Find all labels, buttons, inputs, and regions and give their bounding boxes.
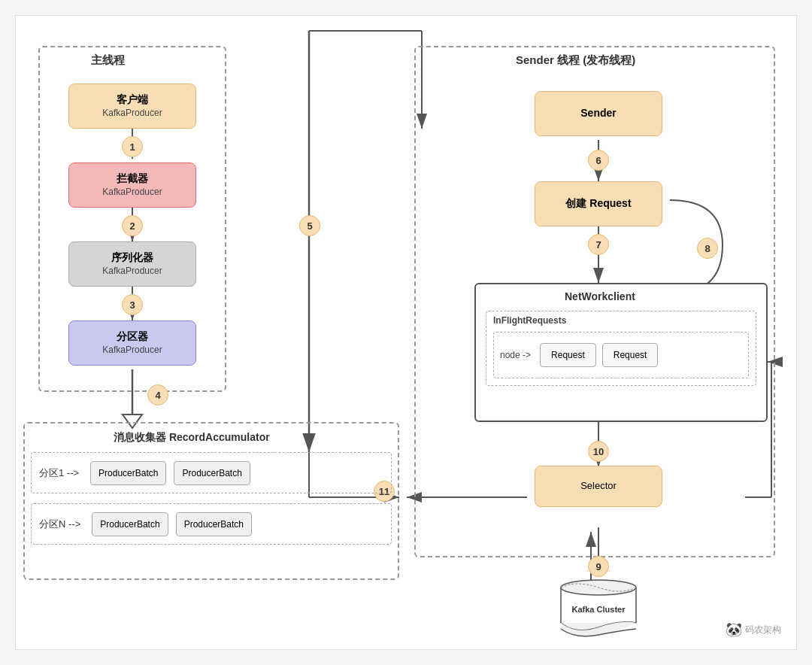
kafka-cluster-text: Kafka Cluster [572,605,626,614]
client-en: KafkaProducer [102,107,162,120]
create-request-label: 创建 Request [565,196,631,211]
node-row-box: node -> Request Request [493,332,749,378]
selector-node: Selector [535,466,662,507]
badge-6: 6 [588,150,609,171]
partitioner-cn: 分区器 [117,329,148,345]
kafka-cluster: Kafka Cluster [550,572,647,648]
diagram-container: 主线程 客户端 KafkaProducer 1 拦截器 KafkaProduce… [15,15,797,650]
inflight-title: InFlightRequests [493,315,566,326]
partition-1-label: 分区1 --> [39,466,79,480]
sender-label: Sender [580,106,616,121]
interceptor-en: KafkaProducer [102,186,162,199]
partition-1-row: 分区1 --> ProducerBatch ProducerBatch [31,452,392,493]
interceptor-node: 拦截器 KafkaProducer [68,162,196,208]
kafka-cluster-svg: Kafka Cluster [553,576,644,644]
networkclient-label: NetWorkclient [565,290,635,302]
partition-n-label: 分区N --> [39,518,80,531]
producer-batch-n-2: ProducerBatch [176,512,252,536]
accumulator-box [23,422,399,580]
badge-3: 3 [122,294,143,315]
client-cn: 客户端 [117,93,148,108]
producer-batch-1-2: ProducerBatch [174,461,250,485]
badge-4: 4 [147,384,168,405]
badge-9: 9 [588,556,609,577]
accumulator-title: 消息收集器 RecordAccumulator [114,431,270,445]
create-request-node: 创建 Request [535,181,662,226]
interceptor-cn: 拦截器 [117,172,148,187]
partitioner-en: KafkaProducer [102,344,162,357]
badge-5: 5 [299,215,320,236]
badge-1: 1 [122,136,143,157]
badge-7: 7 [588,234,609,255]
serializer-en: KafkaProducer [102,265,162,278]
main-thread-title: 主线程 [91,53,125,68]
node-arrow-label: node -> [500,350,531,360]
sender-node: Sender [535,91,662,136]
client-node: 客户端 KafkaProducer [68,84,196,129]
badge-2: 2 [122,215,143,236]
watermark: 🐼 码农架构 [726,621,781,638]
producer-batch-1-1: ProducerBatch [90,461,166,485]
request-box-2: Request [602,343,659,367]
watermark-text: 码农架构 [745,624,781,636]
partition-n-row: 分区N --> ProducerBatch ProducerBatch [31,503,392,545]
badge-8: 8 [697,238,718,259]
producer-batch-n-1: ProducerBatch [92,512,168,536]
serializer-node: 序列化器 KafkaProducer [68,241,196,287]
sender-thread-title: Sender 线程 (发布线程) [516,53,635,68]
badge-10: 10 [588,441,609,462]
request-box-1: Request [540,343,596,367]
selector-label: Selector [580,479,617,493]
partitioner-node: 分区器 KafkaProducer [68,320,196,366]
serializer-cn: 序列化器 [111,251,153,266]
